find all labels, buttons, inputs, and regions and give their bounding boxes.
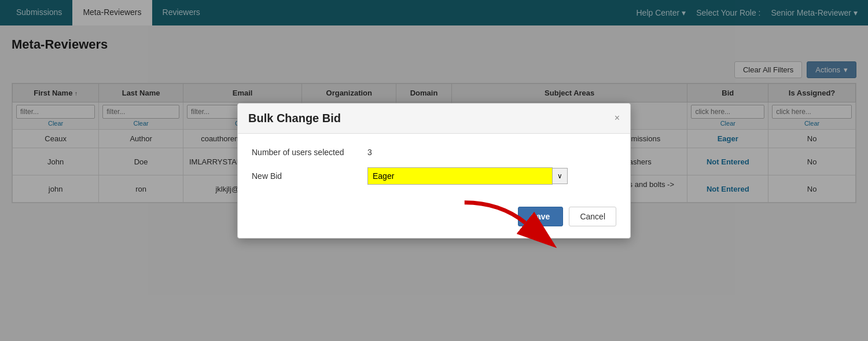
new-bid-select-wrap: Eager Not Entered Willing In a Pinch Not… [367, 167, 616, 185]
modal-title: Bulk Change Bid [248, 112, 341, 125]
red-arrow-icon [459, 197, 540, 204]
modal-close-button[interactable]: × [615, 113, 620, 123]
users-selected-value: 3 [367, 148, 372, 157]
modal-body: Number of users selected 3 New Bid Eager… [238, 134, 630, 204]
modal-new-bid-row: New Bid Eager Not Entered Willing In a P… [252, 167, 616, 185]
new-bid-label: New Bid [252, 171, 367, 181]
modal-overlay: Bulk Change Bid × Number of users select… [0, 0, 868, 203]
modal-header: Bulk Change Bid × [238, 104, 630, 134]
modal-users-selected-row: Number of users selected 3 [252, 148, 616, 157]
modal-bulk-change-bid: Bulk Change Bid × Number of users select… [237, 103, 631, 204]
users-selected-label: Number of users selected [252, 148, 367, 157]
new-bid-select[interactable]: Eager Not Entered Willing In a Pinch Not… [367, 167, 553, 185]
select-arrow-icon[interactable]: ∨ [553, 168, 568, 184]
